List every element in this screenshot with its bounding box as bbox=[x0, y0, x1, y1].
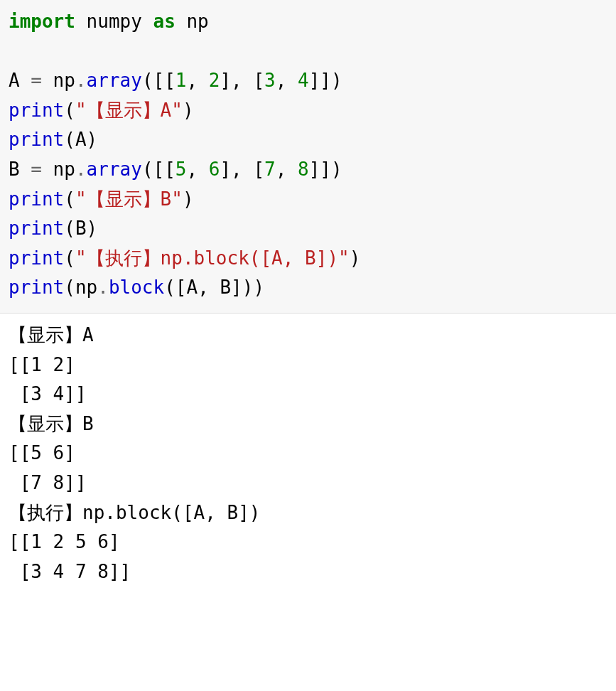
keyword-as: as bbox=[153, 11, 175, 32]
paren: ) bbox=[87, 129, 98, 150]
var-b: B bbox=[9, 159, 31, 180]
keyword-import: import bbox=[9, 11, 75, 32]
paren: ) bbox=[183, 188, 194, 210]
paren: ]]) bbox=[309, 70, 342, 91]
module-name: numpy bbox=[75, 11, 153, 32]
fn-print: print bbox=[9, 129, 64, 150]
num: 4 bbox=[298, 70, 309, 91]
fn-array: array bbox=[87, 159, 142, 180]
comma: , bbox=[276, 159, 298, 180]
paren: ( bbox=[64, 100, 75, 121]
paren: ( bbox=[64, 188, 75, 210]
op-assign: = bbox=[31, 159, 42, 180]
arg: B bbox=[75, 218, 87, 239]
np-prefix: np bbox=[42, 159, 75, 180]
np-prefix: np bbox=[42, 70, 75, 91]
fn-print: print bbox=[9, 247, 64, 269]
output-line: [3 4]] bbox=[9, 383, 87, 405]
output-line: 【显示】B bbox=[9, 413, 94, 434]
fn-print: print bbox=[9, 100, 64, 121]
num: 7 bbox=[264, 159, 276, 180]
output-cell: 【显示】A [[1 2] [3 4]] 【显示】B [[5 6] [7 8]] … bbox=[0, 314, 616, 594]
code-input-cell: import numpy as np A = np.array([[1, 2],… bbox=[0, 0, 616, 314]
string-literal: "【显示】A" bbox=[75, 100, 183, 121]
dot: . bbox=[97, 277, 109, 298]
bracket: ], [ bbox=[220, 70, 264, 91]
paren: ( bbox=[64, 129, 75, 150]
output-line: [3 4 7 8]] bbox=[9, 561, 131, 582]
paren: ([[ bbox=[142, 70, 175, 91]
num: 1 bbox=[175, 70, 187, 91]
var-a: A bbox=[9, 70, 31, 91]
paren: ([[ bbox=[142, 159, 175, 180]
string-literal: "【执行】np.block([A, B])" bbox=[75, 247, 350, 269]
paren: ) bbox=[87, 218, 98, 239]
arg: A bbox=[75, 129, 87, 150]
paren: ) bbox=[350, 247, 361, 269]
num: 6 bbox=[209, 159, 220, 180]
args: ([A, B])) bbox=[164, 277, 264, 298]
num: 8 bbox=[298, 159, 309, 180]
string-literal: "【显示】B" bbox=[75, 188, 183, 210]
output-content: 【显示】A [[1 2] [3 4]] 【显示】B [[5 6] [7 8]] … bbox=[9, 321, 607, 586]
output-line: 【显示】A bbox=[9, 324, 94, 346]
fn-print: print bbox=[9, 218, 64, 239]
fn-block: block bbox=[109, 277, 164, 298]
fn-array: array bbox=[87, 70, 142, 91]
paren: ( bbox=[64, 218, 75, 239]
code-content: import numpy as np A = np.array([[1, 2],… bbox=[9, 7, 607, 303]
alias-name: np bbox=[175, 11, 209, 32]
fn-print: print bbox=[9, 188, 64, 210]
dot: . bbox=[75, 70, 87, 91]
op-assign: = bbox=[31, 70, 42, 91]
bracket: ], [ bbox=[220, 159, 264, 180]
output-line: [7 8]] bbox=[9, 472, 87, 493]
dot: . bbox=[75, 159, 87, 180]
output-line: [[5 6] bbox=[9, 442, 75, 464]
paren: ]]) bbox=[309, 159, 342, 180]
comma: , bbox=[187, 70, 209, 91]
paren: ( bbox=[64, 247, 75, 269]
output-line: [[1 2 5 6] bbox=[9, 531, 120, 552]
paren: (np bbox=[64, 277, 97, 298]
num: 5 bbox=[175, 159, 187, 180]
output-line: 【执行】np.block([A, B]) bbox=[9, 502, 260, 523]
paren: ) bbox=[183, 100, 194, 121]
output-line: [[1 2] bbox=[9, 354, 75, 375]
comma: , bbox=[276, 70, 298, 91]
fn-print: print bbox=[9, 277, 64, 298]
comma: , bbox=[187, 159, 209, 180]
num: 3 bbox=[264, 70, 276, 91]
num: 2 bbox=[209, 70, 220, 91]
